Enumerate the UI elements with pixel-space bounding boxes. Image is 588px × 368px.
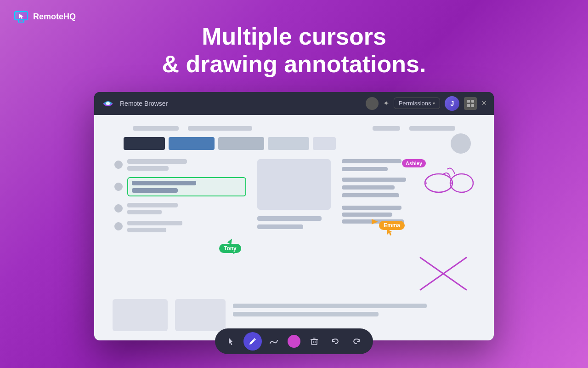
mid-card bbox=[257, 159, 331, 210]
list-dot bbox=[114, 183, 123, 191]
tab-dark[interactable] bbox=[124, 137, 165, 150]
skeleton-line bbox=[342, 159, 401, 163]
tony-cursor-label: Tony bbox=[219, 244, 241, 253]
grid-icon[interactable] bbox=[464, 97, 477, 110]
skeleton-line bbox=[188, 126, 252, 131]
wave-tool-button[interactable] bbox=[265, 332, 283, 351]
grid-dot bbox=[467, 100, 470, 103]
skeleton-line bbox=[127, 210, 162, 214]
skeleton-line bbox=[127, 221, 182, 225]
titlebar-star-icon[interactable]: ✦ bbox=[383, 99, 389, 108]
list-dot bbox=[114, 204, 123, 213]
bottom-skeleton-row bbox=[113, 299, 475, 331]
tab-lightest[interactable] bbox=[313, 137, 336, 150]
titlebar-title: Remote Browser bbox=[120, 100, 360, 107]
user-avatar[interactable]: J bbox=[445, 96, 459, 111]
grid-dot bbox=[471, 100, 475, 103]
permissions-button[interactable]: Permissions ▾ bbox=[394, 98, 441, 109]
logo-text: RemoteHQ bbox=[33, 12, 76, 22]
toolbar-container bbox=[215, 328, 373, 354]
svg-line-11 bbox=[420, 258, 466, 290]
left-column bbox=[114, 159, 246, 232]
trash-tool-button[interactable] bbox=[305, 332, 323, 351]
right-column bbox=[342, 159, 474, 232]
wave-icon bbox=[269, 337, 278, 346]
undo-tool-button[interactable] bbox=[326, 332, 345, 351]
titlebar-logo-icon bbox=[102, 97, 114, 110]
titlebar-circle-btn[interactable] bbox=[366, 97, 379, 110]
svg-line-10 bbox=[420, 258, 466, 290]
skeleton-line bbox=[373, 126, 400, 131]
tab-blue[interactable] bbox=[169, 137, 215, 150]
svg-rect-13 bbox=[311, 339, 317, 345]
logo-area: RemoteHQ bbox=[13, 8, 76, 25]
list-item-selected bbox=[114, 177, 246, 196]
cursor-icon bbox=[227, 337, 236, 346]
list-item bbox=[114, 203, 246, 214]
skeleton-line bbox=[127, 159, 187, 164]
trash-icon bbox=[310, 337, 318, 345]
tabs-row bbox=[105, 137, 483, 150]
pencil-tool-button[interactable] bbox=[243, 332, 262, 351]
skeleton-line bbox=[257, 224, 303, 229]
redo-tool-button[interactable] bbox=[347, 332, 366, 351]
chevron-down-icon: ▾ bbox=[433, 101, 435, 106]
middle-column bbox=[257, 159, 331, 232]
grid-dot bbox=[467, 104, 470, 107]
list-item bbox=[114, 159, 246, 171]
headline-text: Multiple cursors & drawing annotations. bbox=[162, 23, 426, 78]
ashley-cursor-label: Ashley bbox=[402, 159, 426, 167]
tab-lighter[interactable] bbox=[268, 137, 309, 150]
skeleton-line bbox=[342, 213, 392, 217]
undo-icon bbox=[331, 337, 339, 345]
drawing-toolbar bbox=[215, 328, 373, 354]
browser-content: Tony Emma Ashley bbox=[94, 115, 494, 340]
color-picker-button[interactable] bbox=[288, 335, 300, 348]
titlebar: Remote Browser ✦ Permissions ▾ J × bbox=[94, 92, 494, 115]
pencil-icon bbox=[248, 337, 257, 346]
skeleton-line bbox=[342, 167, 388, 171]
headline: Multiple cursors & drawing annotations. bbox=[162, 23, 426, 78]
list-item bbox=[114, 221, 246, 232]
cursor-tool-button[interactable] bbox=[222, 332, 241, 351]
content-avatar-circle bbox=[451, 133, 471, 154]
grid-dot bbox=[471, 104, 475, 107]
bottom-card bbox=[175, 299, 226, 331]
tab-light[interactable] bbox=[218, 137, 264, 150]
top-skeleton-rows bbox=[105, 126, 483, 131]
skeleton-line bbox=[127, 203, 178, 207]
tony-cursor-arrow bbox=[227, 237, 234, 244]
list-dot bbox=[114, 222, 123, 230]
skeleton-line bbox=[342, 193, 399, 197]
skeleton-line bbox=[127, 166, 169, 171]
titlebar-controls: ✦ Permissions ▾ J × bbox=[366, 96, 486, 111]
emma-cursor-label: Emma bbox=[379, 221, 405, 230]
close-icon[interactable]: × bbox=[481, 98, 486, 108]
svg-point-5 bbox=[106, 102, 110, 105]
bottom-card bbox=[113, 299, 168, 331]
skeleton-line bbox=[342, 206, 401, 210]
skeleton-line bbox=[133, 126, 179, 131]
skeleton-line bbox=[233, 304, 427, 308]
selected-item-box bbox=[127, 177, 246, 196]
browser-window: Remote Browser ✦ Permissions ▾ J × bbox=[94, 92, 494, 340]
remotehq-logo-icon bbox=[13, 8, 29, 25]
skeleton-line bbox=[342, 185, 395, 190]
cursor-emma: Emma bbox=[379, 221, 405, 230]
skeleton-line bbox=[342, 178, 406, 182]
content-grid bbox=[105, 159, 483, 232]
skeleton-line bbox=[257, 216, 322, 221]
skeleton-line bbox=[409, 126, 455, 131]
skeleton-line bbox=[233, 312, 379, 316]
list-dot bbox=[114, 161, 123, 169]
skeleton-line bbox=[127, 228, 166, 232]
redo-icon bbox=[352, 337, 361, 345]
skeleton-line bbox=[132, 188, 178, 193]
emma-cursor-arrow bbox=[372, 219, 378, 224]
skeleton-line bbox=[132, 181, 196, 185]
